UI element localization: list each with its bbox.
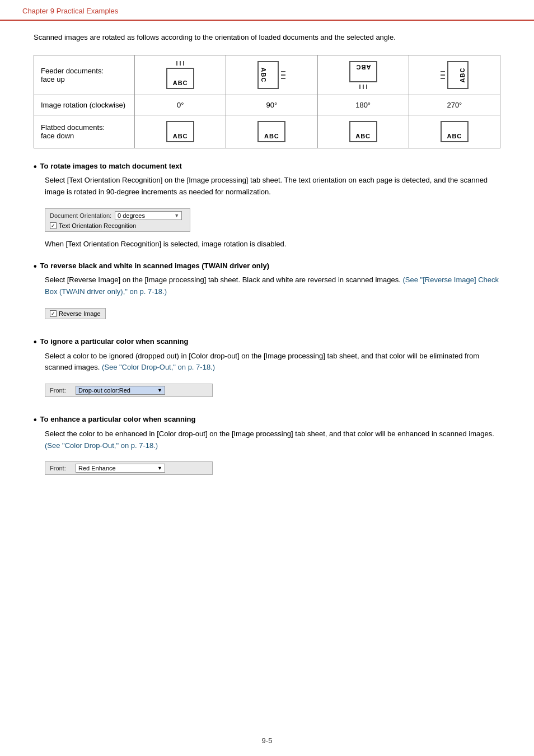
orientation-widget: Document Orientation: 0 degrees ▼ ✓ Text…	[45, 208, 190, 232]
section-rotate-after: When [Text Orientation Recognition] is s…	[34, 239, 500, 250]
enhance-widget: Front: Red Enhance ▼	[45, 461, 213, 475]
angle-90: 90°	[226, 95, 317, 115]
front-label-2: Front:	[50, 465, 72, 472]
feeder-180deg: ABC	[317, 55, 409, 95]
orientation-dropdown-row: Document Orientation: 0 degrees ▼	[50, 211, 185, 220]
text-orientation-checkbox-row: ✓ Text Orientation Recognition	[50, 222, 185, 229]
rotation-label: Image rotation (clockwise)	[34, 95, 135, 115]
section-ignore-color: • To ignore a particular color when scan…	[34, 337, 500, 404]
bullet-dot-4: •	[34, 415, 37, 425]
section-rotate-title: • To rotate images to match document tex…	[34, 162, 500, 172]
feeder-label: Feeder documents:face up	[34, 55, 135, 95]
section-enhance-color-title: • To enhance a particular color when sca…	[34, 415, 500, 425]
intro-paragraph: Scanned images are rotated as follows ac…	[34, 32, 500, 44]
enhance-dropdown[interactable]: Red Enhance ▼	[76, 464, 165, 473]
angle-0: 0°	[135, 95, 226, 115]
flatbed-90: ABC	[226, 115, 317, 148]
flatbed-label: Flatbed documents:face down	[34, 115, 135, 148]
orientation-widget-label: Document Orientation:	[50, 212, 111, 219]
feeder-90deg: ABC	[226, 55, 317, 95]
orientation-dropdown[interactable]: 0 degrees ▼	[115, 211, 182, 220]
dropdown-arrow-icon: ▼	[174, 213, 179, 218]
text-orientation-checkbox[interactable]: ✓	[50, 222, 57, 229]
section-enhance-color: • To enhance a particular color when sca…	[34, 415, 500, 482]
angle-270: 270°	[409, 95, 500, 115]
feeder-0deg: ABC	[135, 55, 226, 95]
section-enhance-color-body: Select the color to be enhanced in [Colo…	[34, 428, 500, 452]
page-header: Chapter 9 Practical Examples	[0, 0, 534, 21]
dropdown-arrow-icon-3: ▼	[157, 465, 162, 471]
section-reverse: • To reverse black and white in scanned …	[34, 262, 500, 326]
dropout-dropdown[interactable]: Drop-out color:Red ▼	[76, 386, 165, 395]
section-reverse-title: • To reverse black and white in scanned …	[34, 262, 500, 272]
section-ignore-color-title: • To ignore a particular color when scan…	[34, 337, 500, 347]
section-rotate: • To rotate images to match document tex…	[34, 162, 500, 250]
enhance-color-link: (See "Color Drop-Out," on p. 7-18.)	[45, 441, 158, 450]
section-rotate-body: Select [Text Orientation Recognition] on…	[34, 175, 500, 198]
rotation-table: Feeder documents:face up ABC	[34, 55, 500, 148]
table-row-feeder: Feeder documents:face up ABC	[34, 55, 500, 95]
bullet-dot-2: •	[34, 262, 37, 272]
page-number: 9-5	[262, 736, 273, 745]
ignore-color-link: (See "Color Drop-Out," on p. 7-18.)	[102, 363, 215, 371]
main-content: Scanned images are rotated as follows ac…	[0, 21, 534, 515]
feeder-270deg: ABC	[409, 55, 500, 95]
flatbed-270: ABC	[409, 115, 500, 148]
table-row-flatbed: Flatbed documents:face down ABC ABC ABC	[34, 115, 500, 148]
section-ignore-color-body: Select a color to be ignored (dropped ou…	[34, 351, 500, 374]
flatbed-180: ABC	[317, 115, 409, 148]
reverse-image-widget: ✓ Reverse Image	[45, 308, 106, 319]
flatbed-0: ABC	[135, 115, 226, 148]
page-footer: 9-5	[0, 736, 534, 745]
chapter-label: Chapter 9 Practical Examples	[22, 7, 118, 15]
table-row-rotation: Image rotation (clockwise) 0° 90° 180° 2…	[34, 95, 500, 115]
section-reverse-body: Select [Reverse Image] on the [Image pro…	[34, 274, 500, 298]
angle-180: 180°	[317, 95, 409, 115]
bullet-dot: •	[34, 162, 37, 172]
reverse-image-checkbox[interactable]: ✓	[50, 310, 57, 317]
front-label-1: Front:	[50, 387, 72, 394]
dropdown-arrow-icon-2: ▼	[157, 388, 162, 393]
bullet-dot-3: •	[34, 337, 37, 347]
dropout-widget: Front: Drop-out color:Red ▼	[45, 384, 213, 397]
